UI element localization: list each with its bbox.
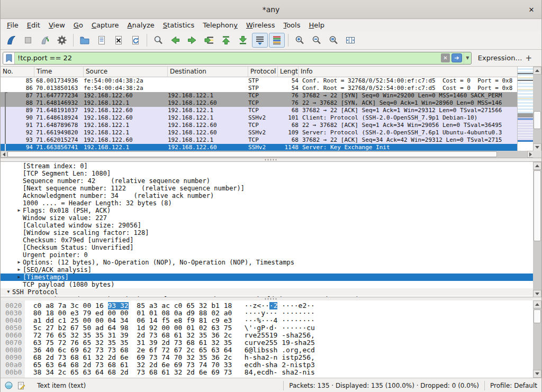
detail-line[interactable]: Window size value: 227 [1, 214, 533, 222]
menu-file[interactable]: File [3, 20, 23, 30]
hex-row-0040[interactable]: 0040 a1 dd c1 25 00 00 04 34 06 14 f5 e8… [1, 317, 533, 324]
hex-row-0080[interactable]: 0080 36 40 6c 69 62 73 73 68 2e 6f 72 67… [1, 347, 533, 354]
packet-list-scroll-thumb[interactable] [534, 111, 541, 129]
capture-stop-button[interactable] [20, 33, 36, 48]
column-header-time[interactable]: Time [34, 67, 84, 77]
menu-wireless[interactable]: Wireless [242, 20, 279, 30]
packet-row-94[interactable]: 9471.663856741192.168.122.1192.168.122.6… [1, 144, 518, 151]
packet-row-91[interactable]: 9171.648789678192.168.122.1192.168.122.6… [1, 122, 518, 129]
column-header-source[interactable]: Source [84, 67, 168, 77]
menu-go[interactable]: Go [69, 20, 87, 30]
hex-row-0030[interactable]: 0030 80 18 00 e3 79 ed 00 00 01 01 08 0a… [1, 309, 533, 317]
packet-list-vscrollbar[interactable] [533, 67, 541, 151]
file-reload-button[interactable] [128, 33, 143, 48]
menu-edit[interactable]: Edit [23, 20, 44, 30]
packet-row-85[interactable]: 8568.001734936fe:54:00:d4:38:2aSTP54Conf… [1, 77, 518, 85]
hex-row-0050[interactable]: 0050 5c 27 b2 67 50 ad 64 98 1d 92 00 00… [1, 324, 533, 332]
auto-scroll-button[interactable] [252, 33, 268, 48]
zoom-out-button[interactable] [309, 33, 324, 48]
detail-line[interactable]: [TCP Segment Len: 1080] [1, 170, 533, 177]
detail-line[interactable]: ▶Flags: 0x018 (PSH, ACK) [1, 207, 533, 214]
filter-clear-button[interactable]: ✕ [441, 53, 450, 62]
column-header-length[interactable]: Length [278, 67, 299, 77]
detail-line[interactable]: 1000 .... = Header Length: 32 bytes (8) [1, 199, 533, 207]
scroll-left-icon[interactable] [1, 151, 7, 158]
scroll-up-icon[interactable] [533, 67, 541, 75]
expression-button[interactable]: Expression… [478, 54, 522, 62]
column-header-destination[interactable]: Destination [168, 67, 248, 77]
file-open-button[interactable] [77, 33, 93, 48]
packet-row-86[interactable]: 8670.013850163fe:54:00:d4:38:2aSTP54Conf… [1, 85, 518, 92]
menu-analyze[interactable]: Analyze [123, 20, 159, 30]
go-last-button[interactable] [235, 33, 251, 48]
menu-statistics[interactable]: Statistics [159, 20, 198, 30]
colorize-button[interactable] [269, 33, 285, 48]
packet-list-minimap[interactable] [517, 67, 533, 151]
detail-line[interactable]: TCP payload (1080 bytes) [1, 281, 533, 288]
go-to-packet-button[interactable] [201, 33, 217, 48]
scroll-up-icon[interactable] [533, 162, 541, 170]
detail-line[interactable]: ▶[SEQ/ACK analysis] [1, 266, 533, 274]
column-header-protocol[interactable]: Protocol [248, 67, 278, 77]
detail-line[interactable]: [Stream index: 0] [1, 162, 533, 170]
close-icon[interactable]: ✕ [527, 5, 536, 14]
detail-line[interactable]: Checksum: 0x79ed [unverified] [1, 236, 533, 244]
capture-restart-button[interactable] [37, 33, 53, 48]
expert-info-icon[interactable] [5, 381, 13, 389]
detail-line[interactable]: ▶[Timestamps] [1, 274, 533, 281]
details-vscrollbar[interactable] [533, 162, 541, 297]
detail-line[interactable]: [Window size scaling factor: 128] [1, 229, 533, 236]
filter-apply-button[interactable]: ➔ [451, 53, 462, 62]
go-back-button[interactable] [167, 33, 183, 48]
detail-line[interactable]: Sequence number: 42 (relative sequence n… [1, 177, 533, 185]
collapsed-arrow-icon[interactable]: ▶ [15, 266, 23, 274]
hex-row-00b0[interactable]: 00b0 38 34 2c 65 63 64 68 2d 73 68 61 32… [1, 369, 533, 376]
hex-row-0060[interactable]: 0060 72 76 65 32 35 35 31 39 2d 73 68 61… [1, 332, 533, 339]
packet-list-hscrollbar[interactable] [1, 151, 534, 158]
column-header-no[interactable]: No. [1, 67, 34, 77]
packet-row-93[interactable]: 9371.662015274192.168.122.60192.168.122.… [1, 136, 518, 144]
filter-history-dropdown[interactable]: ▼ [464, 52, 471, 64]
packet-row-88[interactable]: 8871.648146932192.168.122.1192.168.122.6… [1, 99, 518, 107]
packet-row-87[interactable]: 8771.647777234192.168.122.60192.168.122.… [1, 92, 518, 99]
menu-tools[interactable]: Tools [279, 20, 304, 30]
zoom-original-button[interactable] [326, 33, 341, 48]
expanded-arrow-icon[interactable]: ▼ [5, 288, 12, 296]
find-packet-button[interactable] [150, 33, 166, 48]
file-close-button[interactable] [111, 33, 127, 48]
go-first-button[interactable] [218, 33, 234, 48]
file-save-button[interactable] [94, 33, 110, 48]
capture-options-button[interactable] [54, 33, 70, 48]
scroll-down-icon[interactable] [533, 370, 541, 378]
scroll-down-icon[interactable] [533, 143, 541, 151]
filter-bookmark-button[interactable] [3, 52, 15, 64]
menu-help[interactable]: Help [304, 20, 329, 30]
hex-row-0020[interactable]: 0020 c0 a8 7a 3c 00 16 93 32 85 a3 ac c0… [1, 302, 533, 309]
hex-row-0090[interactable]: 0090 68 2d 73 68 61 32 2d 6e 69 73 74 70… [1, 354, 533, 361]
add-filter-button[interactable]: + [522, 53, 535, 63]
packet-row-92[interactable]: 9271.661949820192.168.122.1192.168.122.6… [1, 129, 518, 136]
collapsed-arrow-icon[interactable]: ▶ [15, 296, 23, 297]
detail-line[interactable]: Acknowledgment number: 34 (relative ack … [1, 192, 533, 199]
capture-comment-icon[interactable] [17, 381, 25, 390]
go-forward-button[interactable] [184, 33, 200, 48]
details-scroll-thumb[interactable] [534, 170, 541, 241]
hex-row-0070[interactable]: 0070 63 75 72 76 65 32 35 35 31 39 2d 73… [1, 339, 533, 347]
resize-columns-button[interactable] [342, 33, 358, 48]
filter-expression-text[interactable]: !tcp.port == 22 [15, 54, 441, 62]
detail-line[interactable]: [Calculated window size: 29056] [1, 222, 533, 229]
zoom-in-button[interactable] [292, 33, 308, 48]
menu-capture[interactable]: Capture [87, 20, 123, 30]
packet-row-90[interactable]: 9071.648618924192.168.122.60192.168.122.… [1, 114, 518, 122]
scroll-up-icon[interactable] [533, 300, 541, 308]
hex-scroll-thumb[interactable] [534, 309, 541, 323]
menu-telephony[interactable]: Telephony [198, 20, 242, 30]
profile-selector[interactable]: Profile: Default [490, 382, 537, 389]
detail-line[interactable]: ▶SSH Version 2 (encryption:chacha20-poly… [1, 296, 533, 297]
detail-line[interactable]: ▶Options: (12 bytes), No-Operation (NOP)… [1, 259, 533, 266]
detail-line[interactable]: [Checksum Status: Unverified] [1, 244, 533, 251]
display-filter-input[interactable]: !tcp.port == 22 ✕ ➔ ▼ [3, 52, 472, 65]
hex-row-00a0[interactable]: 00a0 65 63 64 68 2d 73 68 61 32 2d 6e 69… [1, 361, 533, 369]
column-header-info[interactable]: Info [299, 67, 518, 77]
detail-line[interactable]: Urgent pointer: 0 [1, 251, 533, 259]
